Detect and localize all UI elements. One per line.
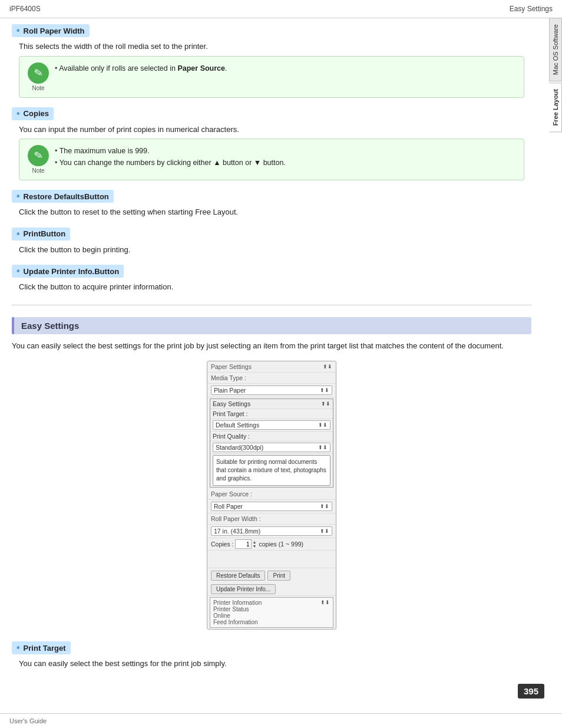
- paper-source-arrow: ⬆⬇: [320, 503, 329, 509]
- note-content-roll: Available only if rolls are selected in …: [55, 62, 227, 74]
- roll-paper-width-arrow: ⬆⬇: [320, 528, 329, 534]
- roll-paper-width-note: Note Available only if rolls are selecte…: [19, 56, 524, 98]
- section-copies: Copies You can input the number of print…: [12, 107, 531, 181]
- media-type-select-row: Plain Paper ⬆⬇: [207, 384, 336, 397]
- paper-source-label-row: Paper Source :: [207, 489, 336, 500]
- copies-ui-label: Copies :: [211, 541, 234, 548]
- roll-paper-width-label-row: Roll Paper Width :: [207, 513, 336, 525]
- roll-paper-width-select[interactable]: 17 in. (431.8mm) ⬆⬇: [211, 526, 332, 536]
- easy-settings-header: Easy Settings: [12, 317, 531, 334]
- note-icon-roll: [28, 62, 49, 84]
- update-printer-info-row: Update Printer Info...: [207, 583, 336, 596]
- spacer: [207, 551, 336, 568]
- printer-ui-mockup: Paper Settings ⬆⬇ Media Type : Plain Pap…: [207, 361, 336, 630]
- copies-ui-row: Copies : ▲ ▼ copies (1 ~ 999): [207, 538, 336, 551]
- product-name: iPF6400S: [9, 5, 41, 13]
- print-quality-value: Standard(300dpi): [216, 444, 263, 451]
- roll-paper-width-value: 17 in. (431.8mm): [214, 528, 260, 535]
- print-quality-label-row: Print Quality :: [210, 431, 333, 442]
- printer-info-content: Printer Information Printer Status Onlin…: [213, 599, 262, 625]
- media-type-row: Media Type :: [207, 373, 336, 384]
- update-printer-info-btn[interactable]: Update Printer Info...: [211, 584, 276, 594]
- print-target-value: Default Settings: [216, 421, 259, 429]
- printer-status-label: Printer Status: [213, 606, 262, 612]
- section-restore-defaults: Restore Defaults Button Click the button…: [12, 190, 531, 218]
- printer-info-box: Printer Information Printer Status Onlin…: [210, 597, 333, 628]
- print-target-label-row: Print Target :: [210, 409, 333, 419]
- sidebar-tab-mac-os-software[interactable]: Mac OS Software: [549, 18, 562, 81]
- media-type-select[interactable]: Plain Paper ⬆⬇: [211, 386, 332, 395]
- restore-defaults-label: Restore Defaults Button: [12, 190, 114, 203]
- easy-settings-mode-label: Easy Settings: [213, 400, 250, 407]
- print-desc: Click the button to begin printing.: [19, 244, 531, 256]
- roll-paper-width-label: Roll Paper Width: [12, 24, 90, 37]
- copies-down-arrow[interactable]: ▼: [253, 544, 257, 548]
- note-content-copies: The maximum value is 999. You can change…: [55, 145, 286, 169]
- page-number: 395: [518, 684, 544, 699]
- copies-up-arrow[interactable]: ▲: [253, 540, 257, 544]
- paper-source-label: Paper Source :: [211, 490, 252, 498]
- copies-label: Copies: [12, 107, 54, 120]
- copies-range-label: copies (1 ~ 999): [259, 541, 303, 548]
- section-roll-paper-width: Roll Paper Width This selects the width …: [12, 24, 531, 98]
- printer-status-value: Online: [213, 612, 262, 619]
- quality-desc-text: Suitable for printing normal documents t…: [216, 459, 326, 482]
- paper-settings-label: Paper Settings: [211, 363, 252, 370]
- section-divider: [12, 305, 531, 305]
- copies-desc: You can input the number of print copies…: [19, 124, 531, 136]
- bottom-left: User's Guide: [9, 717, 47, 724]
- section-print-target: Print Target You can easily select the b…: [12, 641, 531, 670]
- print-target-section-desc: You can easily select the best settings …: [19, 658, 531, 670]
- print-target-arrow: ⬆⬇: [318, 422, 328, 428]
- bottom-bar: User's Guide: [0, 713, 562, 728]
- restore-defaults-btn[interactable]: Restore Defaults: [211, 571, 265, 581]
- paper-settings-row: Paper Settings ⬆⬇: [207, 361, 336, 373]
- restore-defaults-desc: Click the button to reset to the setting…: [19, 206, 531, 218]
- media-type-value: Plain Paper: [214, 387, 246, 394]
- section-update-printer-info: Update Printer Info. Button Click the bu…: [12, 265, 531, 293]
- print-btn[interactable]: Print: [267, 571, 290, 581]
- media-type-arrow: ⬆⬇: [320, 387, 329, 393]
- paper-settings-arrow: ⬆⬇: [323, 364, 332, 370]
- print-quality-arrow: ⬆⬇: [318, 444, 328, 450]
- copies-input[interactable]: [235, 539, 252, 549]
- update-printer-info-label: Update Printer Info. Button: [12, 265, 124, 278]
- paper-source-select[interactable]: Roll Paper ⬆⬇: [211, 502, 332, 511]
- paper-source-select-row: Roll Paper ⬆⬇: [207, 500, 336, 513]
- sidebar-tab-free-layout[interactable]: Free Layout: [549, 83, 562, 132]
- main-content: Roll Paper Width This selects the width …: [0, 18, 549, 691]
- note-label-copies: Note: [32, 167, 44, 174]
- easy-settings-desc: You can easily select the best settings …: [12, 340, 531, 352]
- roll-paper-width-desc: This selects the width of the roll media…: [19, 41, 531, 52]
- copies-spinner[interactable]: ▲ ▼: [253, 540, 257, 548]
- easy-settings-mode-arrow: ⬆⬇: [321, 401, 330, 407]
- section-title: Easy Settings: [510, 5, 553, 13]
- roll-paper-width-ui-label: Roll Paper Width :: [211, 515, 261, 522]
- note-icon-copies: [28, 145, 49, 166]
- easy-settings-inner-box: Easy Settings ⬆⬇ Print Target : Default …: [210, 398, 333, 487]
- note-label-roll: Note: [32, 85, 44, 91]
- print-target-select-row: Default Settings ⬆⬇: [210, 419, 333, 431]
- right-sidebar: Mac OS Software Free Layout: [549, 18, 562, 371]
- section-print: Print Button Click the button to begin p…: [12, 228, 531, 256]
- feed-info-label: Feed Information: [213, 619, 262, 625]
- top-bar: iPF6400S Easy Settings: [0, 0, 562, 18]
- print-target-label: Print Target :: [213, 410, 247, 417]
- print-quality-select[interactable]: Standard(300dpi) ⬆⬇: [213, 443, 330, 452]
- printer-info-label: Printer Information: [213, 599, 262, 606]
- print-quality-select-row: Standard(300dpi) ⬆⬇: [210, 442, 333, 454]
- print-target-section-label: Print Target: [12, 641, 71, 654]
- copies-note: Note The maximum value is 999. You can c…: [19, 139, 524, 180]
- easy-settings-section: Easy Settings You can easily select the …: [12, 317, 531, 670]
- easy-settings-mode-row: Easy Settings ⬆⬇: [210, 399, 333, 409]
- printer-info-arrow: ⬆⬇: [320, 599, 330, 605]
- print-quality-label: Print Quality :: [213, 433, 250, 440]
- media-type-label: Media Type :: [211, 374, 246, 381]
- paper-source-value: Roll Paper: [214, 503, 243, 510]
- print-label: Print Button: [12, 228, 70, 241]
- print-target-select[interactable]: Default Settings ⬆⬇: [213, 420, 330, 430]
- update-printer-info-desc: Click the button to acquire printer info…: [19, 281, 531, 293]
- printer-ui-buttons-row: Restore Defaults Print: [207, 568, 336, 583]
- quality-desc-box: Suitable for printing normal documents t…: [213, 455, 330, 486]
- roll-paper-width-select-row: 17 in. (431.8mm) ⬆⬇: [207, 525, 336, 538]
